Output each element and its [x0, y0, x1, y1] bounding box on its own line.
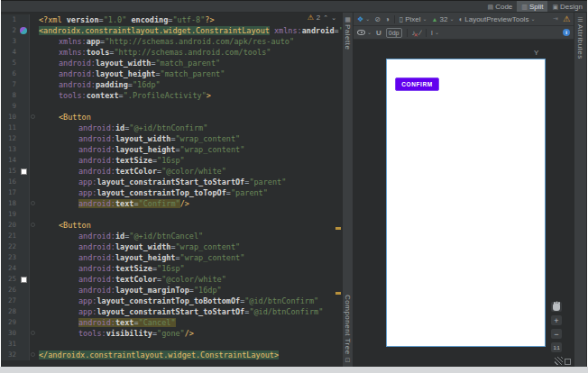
zoom-in-button[interactable]: +: [551, 315, 562, 325]
inspection-widget[interactable]: ⚠ 2 ⌃ ⌄: [308, 14, 336, 22]
code-line[interactable]: 13android:layout_height="wrap_content": [1, 144, 342, 155]
code-line[interactable]: 11android:id="@+id/btnConfirm": [1, 123, 342, 133]
align-tools-button[interactable]: I ⌄: [431, 29, 439, 37]
clear-constraints-button[interactable]: ♪ ✕: [412, 29, 416, 37]
code-line[interactable]: 19: [1, 209, 342, 220]
editor-mode-tabs: ▤ Code ▥ Split ▣ Design: [483, 1, 587, 12]
view-options-button[interactable]: ⌄: [357, 30, 372, 35]
code-line[interactable]: 24android:textSize="16sp": [1, 263, 342, 274]
code-line[interactable]: 22android:layout_width="wrap_content": [1, 241, 342, 252]
code-line[interactable]: 5android:layout_width="match_parent": [1, 58, 342, 68]
api-version-selector[interactable]: ▲ 32 ⌄: [432, 15, 455, 23]
line-number: 9: [1, 101, 19, 112]
code-text: android:layout_height="wrap_content": [35, 252, 342, 263]
code-text: xmlns:tools="http://schemas.android.com/…: [35, 47, 342, 58]
code-line[interactable]: 10<Button: [1, 112, 342, 123]
pan-button[interactable]: [551, 302, 562, 312]
code-line[interactable]: 30tools:visibility="gone"/>: [1, 328, 342, 339]
code-line[interactable]: 27app:layout_constraintTop_toBottomOf="@…: [1, 296, 342, 306]
code-line[interactable]: 32</androidx.constraintlayout.widget.Con…: [1, 350, 342, 360]
code-line[interactable]: 17app:layout_constraintTop_toTopOf="pare…: [1, 187, 342, 198]
red-x-icon: ✕: [413, 32, 418, 38]
fold-marker-icon[interactable]: [31, 331, 35, 335]
resize-box-icon: [565, 359, 571, 365]
autoconnect-magnet-icon[interactable]: U: [376, 29, 381, 37]
line-number: 21: [1, 231, 19, 241]
component-tree-tool-tab[interactable]: Component Tree ⊡: [343, 295, 353, 363]
palette-label: Palette: [344, 24, 352, 50]
window-bottom-edge: [0, 367, 588, 373]
zoom-out-button[interactable]: −: [551, 329, 562, 339]
error-stripe-mark[interactable]: [335, 227, 341, 230]
color-swatch-icon[interactable]: [21, 277, 27, 283]
xml-code-editor[interactable]: 1<?xml version="1.0" encoding="utf-8"?>2…: [1, 13, 342, 367]
preview-resize-grip[interactable]: [555, 357, 571, 365]
device-preview-frame[interactable]: CONFIRM: [386, 59, 546, 347]
default-margins-button[interactable]: 0dp: [386, 28, 402, 38]
code-line[interactable]: 18android:text="Confirm"/>: [1, 198, 342, 209]
code-line[interactable]: 8tools:context=".ProfileActivity">: [1, 90, 342, 101]
tab-design[interactable]: ▣ Design: [547, 1, 587, 12]
fold-column: [29, 241, 35, 252]
error-stripe-mark[interactable]: [335, 292, 341, 295]
code-line[interactable]: 6android:layout_height="match_parent": [1, 68, 342, 79]
code-line[interactable]: 29android:text="Cancel": [1, 317, 342, 328]
code-line[interactable]: 23android:layout_height="wrap_content": [1, 252, 342, 263]
zoom-reset-button[interactable]: 1:1: [551, 342, 562, 352]
palette-icon: ▦: [345, 16, 351, 23]
locale-icon[interactable]: ⇥: [553, 15, 558, 23]
tab-code[interactable]: ▤ Code: [483, 1, 518, 12]
gutter-marker-cell: [19, 123, 29, 133]
fold-marker-icon[interactable]: [31, 114, 35, 119]
fold-marker-icon[interactable]: [31, 352, 35, 357]
code-line[interactable]: 25android:textColor="@color/white": [1, 274, 342, 285]
code-line[interactable]: 9: [1, 101, 342, 112]
tab-design-label: Design: [560, 3, 583, 11]
code-line[interactable]: 28app:layout_constraintStart_toStartOf="…: [1, 306, 342, 317]
code-text: <Button: [35, 112, 342, 123]
code-text: <androidx.constraintlayout.widget.Constr…: [35, 25, 342, 36]
code-line[interactable]: 3xmlns:app="http://schemas.android.com/a…: [1, 36, 342, 47]
palette-tool-tab[interactable]: ▦ Palette: [343, 16, 353, 50]
tab-split[interactable]: ▥ Split: [517, 1, 547, 12]
gutter-marker-cell: [19, 90, 29, 101]
code-text: android:layout_height="match_parent": [35, 68, 342, 79]
code-line[interactable]: 7android:padding="16dp": [1, 79, 342, 90]
info-icon[interactable]: i: [563, 29, 570, 36]
code-line[interactable]: 20<Button: [1, 220, 342, 231]
code-line[interactable]: 21android:id="@+id/btnCancel": [1, 231, 342, 241]
line-number: 25: [1, 274, 19, 285]
gutter-marker-cell: [19, 296, 29, 306]
code-line[interactable]: 14android:textSize="16sp": [1, 155, 342, 166]
device-selector[interactable]: ▯ Pixel ⌄: [400, 15, 427, 23]
code-line[interactable]: 15android:textColor="@color/white": [1, 166, 342, 177]
prev-warning-icon[interactable]: ⌃: [323, 14, 328, 21]
code-line[interactable]: 1<?xml version="1.0" encoding="utf-8"?>: [1, 14, 342, 25]
theme-icon: ◐: [458, 15, 463, 23]
next-warning-icon[interactable]: ⌄: [331, 14, 336, 21]
gutter-marker-cell: [19, 101, 29, 112]
code-line[interactable]: 31: [1, 339, 342, 350]
code-line[interactable]: 4xmlns:tools="http://schemas.android.com…: [1, 47, 342, 58]
confirm-button-preview[interactable]: CONFIRM: [395, 77, 439, 91]
design-surface-selector[interactable]: ❖ ⌄: [357, 15, 370, 23]
night-mode-icon[interactable]: ◑: [385, 15, 390, 23]
color-swatch-icon[interactable]: [21, 168, 27, 175]
attributes-tool-tab[interactable]: ☰ Attributes: [574, 16, 586, 59]
fold-marker-icon[interactable]: [31, 223, 35, 227]
orientation-icon[interactable]: ⊘: [374, 15, 381, 23]
fold-marker-icon[interactable]: [31, 201, 35, 205]
design-surface[interactable]: Y CONFIRM + − 1:1: [354, 40, 574, 367]
code-text: <?xml version="1.0" encoding="utf-8"?>: [35, 14, 342, 25]
infer-constraints-button[interactable]: ∕: [420, 29, 421, 37]
line-number: 12: [1, 133, 19, 144]
code-text: [35, 209, 342, 220]
theme-selector[interactable]: ◐ LayoutPreviewTools ⌄: [458, 15, 535, 23]
code-line[interactable]: 2<androidx.constraintlayout.widget.Const…: [1, 25, 342, 36]
issues-warning-icon[interactable]: ⚠: [563, 14, 570, 23]
layout-preview-icon[interactable]: [20, 27, 27, 34]
code-line[interactable]: 16app:layout_constraintStart_toStartOf="…: [1, 177, 342, 187]
line-number: 30: [1, 328, 19, 339]
code-line[interactable]: 26android:layout_marginTop="16dp": [1, 285, 342, 296]
code-line[interactable]: 12android:layout_width="wrap_content": [1, 133, 342, 144]
